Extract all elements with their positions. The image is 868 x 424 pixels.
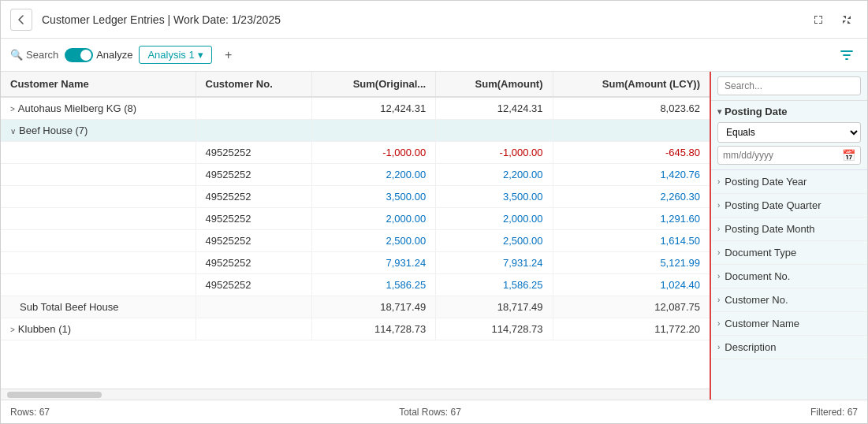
chevron-right-icon: › <box>717 177 720 186</box>
customer-name-cell <box>1 274 196 296</box>
customer-no-cell: 49525252 <box>196 186 311 208</box>
table-row: 49525252-1,000.00-1,000.00-645.80 <box>1 142 710 164</box>
analyze-label: Analyze <box>96 49 132 61</box>
filter-items-list: ›Posting Date Year›Posting Date Quarter›… <box>711 170 867 400</box>
chevron-down-icon: ▾ <box>198 49 203 61</box>
panel-search-input[interactable] <box>717 76 861 95</box>
sum-original-cell: 7,931.24 <box>311 252 435 274</box>
table-row: ∨Beef House (7) <box>1 120 710 142</box>
sum-amount-cell: 1,586.25 <box>436 274 553 296</box>
sum-amount-cell: -1,000.00 <box>436 142 553 164</box>
col-sum-original: Sum(Original... <box>311 72 435 97</box>
header-actions <box>807 9 858 31</box>
sum-original-cell: 12,424.31 <box>311 97 435 120</box>
posting-date-toggle[interactable]: ▾ Posting Date <box>717 106 861 117</box>
customer-name-cell <box>1 252 196 274</box>
chevron-right-icon: › <box>717 319 720 328</box>
sum-original-cell: 18,717.49 <box>311 296 435 318</box>
customer-name-cell: Sub Total Beef House <box>1 296 196 318</box>
sum-original-cell: 2,500.00 <box>311 230 435 252</box>
filter-item-label: Customer No. <box>725 294 788 306</box>
filter-button[interactable] <box>836 44 858 66</box>
customer-no-cell: 49525252 <box>196 274 311 296</box>
operator-select[interactable]: Equals Not Equals Greater Than Less Than <box>717 122 861 143</box>
page-title: Customer Ledger Entries | Work Date: 1/2… <box>42 13 807 26</box>
customer-no-cell <box>196 97 311 120</box>
date-input[interactable] <box>723 150 842 161</box>
col-customer-no: Customer No. <box>196 72 311 97</box>
customer-no-cell: 49525252 <box>196 208 311 230</box>
filter-item[interactable]: ›Posting Date Quarter <box>711 194 867 218</box>
filter-item[interactable]: ›Posting Date Month <box>711 218 867 241</box>
sum-amount-lcy-cell: 1,291.60 <box>553 208 710 230</box>
filter-item-label: Customer Name <box>725 318 799 329</box>
sum-original-cell: 2,000.00 <box>311 208 435 230</box>
sum-original-cell: 2,200.00 <box>311 164 435 186</box>
sum-amount-lcy-cell: 12,087.75 <box>553 296 710 318</box>
filter-item[interactable]: ›Customer Name <box>711 312 867 336</box>
expand-icon[interactable]: > <box>10 325 15 334</box>
sum-amount-lcy-cell: -645.80 <box>553 142 710 164</box>
table-row: 495252523,500.003,500.002,260.30 <box>1 186 710 208</box>
sum-amount-cell: 2,000.00 <box>436 208 553 230</box>
customer-name-cell: >Autohaus Mielberg KG (8) <box>1 97 196 120</box>
customer-name-cell <box>1 164 196 186</box>
table-row: 495252522,200.002,200.001,420.76 <box>1 164 710 186</box>
filter-item[interactable]: ›Posting Date Year <box>711 170 867 194</box>
filter-item-label: Document No. <box>725 270 790 282</box>
filter-item[interactable]: ›Document No. <box>711 265 867 288</box>
ledger-table: Customer Name Customer No. Sum(Original.… <box>1 72 710 340</box>
panel-search-area <box>711 72 867 101</box>
collapse-icon[interactable]: ∨ <box>10 127 16 136</box>
horizontal-scrollbar[interactable] <box>1 389 710 400</box>
posting-date-label: Posting Date <box>725 106 787 117</box>
sum-amount-cell: 12,424.31 <box>436 97 553 120</box>
operator-select-wrap: Equals Not Equals Greater Than Less Than <box>717 122 861 143</box>
filter-item[interactable]: ›Description <box>711 336 867 359</box>
customer-name-cell <box>1 208 196 230</box>
sum-amount-lcy-cell: 2,260.30 <box>553 186 710 208</box>
total-rows-count: Total Rows: 67 <box>399 407 461 418</box>
analysis-dropdown-button[interactable]: Analysis 1 ▾ <box>139 46 211 64</box>
chevron-right-icon: › <box>717 343 720 351</box>
table-row: 495252521,586.251,586.251,024.40 <box>1 274 710 296</box>
back-button[interactable] <box>10 9 32 31</box>
sum-amount-cell <box>436 120 553 142</box>
sum-amount-cell: 114,728.73 <box>436 318 553 340</box>
table-row: 495252527,931.247,931.245,121.99 <box>1 252 710 274</box>
col-customer-name: Customer Name <box>1 72 196 97</box>
sum-original-cell: -1,000.00 <box>311 142 435 164</box>
sum-amount-lcy-cell: 1,420.76 <box>553 164 710 186</box>
minimize-icon[interactable] <box>836 9 858 31</box>
chevron-right-icon: › <box>717 296 720 304</box>
chevron-right-icon: › <box>717 248 720 257</box>
customer-no-cell: 49525252 <box>196 142 311 164</box>
status-bar: Rows: 67 Total Rows: 67 Filtered: 67 <box>1 400 867 423</box>
table-container[interactable]: Customer Name Customer No. Sum(Original.… <box>1 72 710 389</box>
search-button[interactable]: 🔍 Search <box>10 49 58 61</box>
table-row: >Klubben (1)114,728.73114,728.7311,772.2… <box>1 318 710 340</box>
sum-original-cell: 1,586.25 <box>311 274 435 296</box>
expand-icon[interactable]: > <box>10 105 15 113</box>
sum-original-cell: 3,500.00 <box>311 186 435 208</box>
filter-item[interactable]: ›Document Type <box>711 241 867 265</box>
col-sum-amount-lcy: Sum(Amount (LCY)) <box>553 72 710 97</box>
rows-count: Rows: 67 <box>10 407 50 418</box>
chevron-right-icon: › <box>717 225 720 233</box>
header: Customer Ledger Entries | Work Date: 1/2… <box>1 1 867 39</box>
sum-amount-lcy-cell: 1,614.50 <box>553 230 710 252</box>
table-row: Sub Total Beef House18,717.4918,717.4912… <box>1 296 710 318</box>
scroll-thumb[interactable] <box>7 392 102 398</box>
filtered-count: Filtered: 67 <box>810 407 858 418</box>
calendar-icon[interactable]: 📅 <box>842 149 855 162</box>
sum-amount-cell: 3,500.00 <box>436 186 553 208</box>
customer-no-cell <box>196 296 311 318</box>
filter-item[interactable]: ›Customer No. <box>711 288 867 312</box>
analyze-toggle[interactable] <box>65 48 93 62</box>
customer-no-cell: 49525252 <box>196 164 311 186</box>
filter-item-label: Document Type <box>725 247 796 258</box>
expand-icon[interactable] <box>807 9 829 31</box>
add-analysis-button[interactable]: + <box>218 45 239 65</box>
toolbar: 🔍 Search Analyze Analysis 1 ▾ + <box>1 39 867 72</box>
customer-no-cell: 49525252 <box>196 230 311 252</box>
